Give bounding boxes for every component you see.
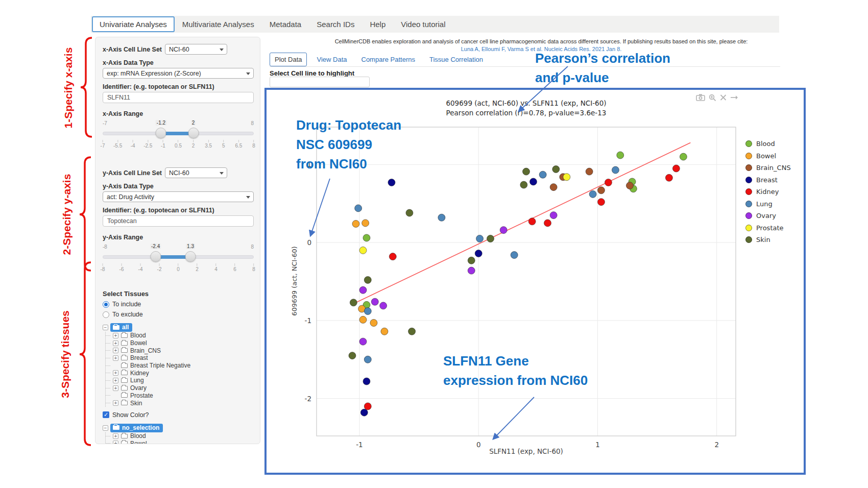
x-range-handle-to[interactable] (188, 128, 199, 138)
tree-item-breast-triple-negative[interactable]: Breast Triple Negative (106, 362, 254, 370)
scatter-point-skin[interactable] (408, 328, 416, 335)
x-data-type-select[interactable]: exp: mRNA Expression (Z-Score) (103, 68, 254, 79)
tab-view-data[interactable]: View Data (312, 53, 351, 66)
nav-item-univariate-analyses[interactable]: Univariate Analyses (92, 16, 175, 32)
scatter-point-brain_cns[interactable] (550, 184, 557, 191)
scatter-point-kidney[interactable] (389, 253, 396, 260)
scatter-point-lung[interactable] (438, 214, 445, 221)
y-range-slider[interactable]: -88-2.41.3-8-6-4-202468 (103, 251, 254, 278)
scatter-point-blood[interactable] (617, 152, 624, 159)
show-color-checkbox[interactable]: ✓ (103, 411, 109, 418)
scatter-point-ovary[interactable] (359, 286, 367, 294)
legend-item-brain_cns[interactable]: Brain_CNS (745, 164, 791, 172)
legend-item-prostate[interactable]: Prostate (745, 224, 791, 232)
tree-expand-icon[interactable]: + (113, 348, 118, 353)
nav-item-help[interactable]: Help (362, 16, 393, 32)
nav-item-multivariate-analyses[interactable]: Multivariate Analyses (175, 16, 262, 32)
scatter-point-lung[interactable] (364, 308, 371, 315)
tree-expand-icon[interactable]: + (113, 370, 118, 376)
tab-compare-patterns[interactable]: Compare Patterns (357, 53, 420, 66)
scatter-point-lung[interactable] (364, 356, 371, 363)
tree-expand-icon[interactable]: + (113, 400, 118, 406)
tree-expand-icon[interactable]: + (113, 333, 118, 338)
tree-item-blood[interactable]: +Blood (106, 332, 254, 339)
scatter-point-blood[interactable] (680, 153, 687, 160)
scatter-point-bowel[interactable] (352, 220, 359, 227)
tree-item-breast[interactable]: +Breast (106, 354, 254, 362)
tree-collapse-icon[interactable]: − (103, 325, 108, 330)
scatter-point-lung[interactable] (612, 166, 619, 174)
tree-item-blood[interactable]: +Blood (106, 432, 254, 440)
scatter-point-brain_cns[interactable] (626, 182, 633, 189)
tree-expand-icon[interactable]: + (113, 385, 118, 391)
tree-expand-icon[interactable]: + (113, 441, 118, 444)
legend-item-ovary[interactable]: Ovary (745, 212, 791, 219)
scatter-point-lung[interactable] (539, 171, 546, 178)
scatter-point-skin[interactable] (468, 257, 475, 264)
scatter-point-skin[interactable] (350, 299, 357, 306)
tree-item-prostate[interactable]: Prostate (106, 392, 254, 400)
nav-item-search-ids[interactable]: Search IDs (309, 16, 362, 32)
nav-item-video-tutorial[interactable]: Video tutorial (393, 16, 453, 32)
radio-to-exclude[interactable]: To exclude (103, 311, 254, 318)
scatter-point-kidney[interactable] (605, 179, 612, 186)
nav-item-metadata[interactable]: Metadata (262, 16, 309, 32)
y-data-type-select[interactable]: act: Drug Activity (103, 191, 254, 202)
y-identifier-input[interactable]: Topotecan (103, 215, 254, 227)
scatter-point-kidney[interactable] (672, 165, 680, 172)
legend-item-breast[interactable]: Breast (745, 176, 791, 184)
radio-to-include[interactable]: To include (103, 301, 254, 308)
scatter-point-prostate[interactable] (359, 247, 367, 254)
y-cell-line-set-select[interactable]: NCI-60 (165, 167, 227, 178)
scatter-point-skin[interactable] (364, 276, 371, 283)
scatter-point-breast[interactable] (529, 178, 537, 185)
scatter-point-kidney[interactable] (665, 174, 672, 181)
tree-item-bowel[interactable]: +Bowel (106, 339, 254, 347)
radio-exclude-control[interactable] (103, 311, 109, 318)
scatter-point-ovary[interactable] (380, 302, 387, 309)
scatter-point-skin[interactable] (349, 352, 356, 359)
tree-item-kidney[interactable]: +Kidney (106, 369, 254, 377)
tree-item-ovary[interactable]: +Ovary (106, 384, 254, 392)
scatter-point-breast[interactable] (360, 409, 368, 416)
scatter-point-skin[interactable] (552, 166, 560, 173)
scatter-point-brain_cns[interactable] (597, 187, 605, 194)
scatter-point-ovary[interactable] (550, 212, 557, 219)
tree-root-all[interactable]: all (110, 323, 132, 332)
scatter-point-ovary[interactable] (468, 267, 475, 274)
x-range-slider[interactable]: -78-1.22-7-5.5-4-2.5-10.523.556.58 (103, 128, 254, 154)
scatter-point-lung[interactable] (476, 235, 484, 242)
tree-expand-icon[interactable]: + (113, 340, 118, 346)
tree-item-bowel[interactable]: +Bowel (106, 440, 254, 444)
x-identifier-input[interactable]: SLFN11 (103, 92, 254, 103)
tree-collapse-icon[interactable]: − (103, 425, 108, 431)
tree-item-brain_cns[interactable]: +Brain_CNS (106, 347, 254, 354)
y-range-handle-from[interactable] (150, 251, 161, 262)
tree-expand-icon[interactable]: + (113, 433, 118, 439)
scatter-point-bowel[interactable] (370, 319, 377, 326)
scatter-point-bowel[interactable] (362, 219, 369, 227)
scatter-point-breast[interactable] (388, 179, 395, 186)
legend-item-bowel[interactable]: Bowel (745, 152, 791, 160)
scatter-point-prostate[interactable] (563, 174, 570, 181)
scatter-point-blood[interactable] (363, 234, 370, 241)
scatter-point-lung[interactable] (355, 205, 362, 212)
highlight-input[interactable] (270, 77, 370, 87)
tree-expand-icon[interactable]: + (113, 378, 118, 383)
tree-expand-icon[interactable]: + (113, 355, 118, 361)
scatter-point-ovary[interactable] (359, 338, 367, 345)
scatter-point-bowel[interactable] (359, 316, 367, 323)
legend-item-lung[interactable]: Lung (745, 200, 791, 208)
scatter-point-skin[interactable] (406, 209, 413, 216)
scatter-point-kidney[interactable] (528, 218, 536, 225)
legend-item-skin[interactable]: Skin (745, 236, 791, 243)
tree-item-lung[interactable]: +Lung (106, 377, 254, 384)
scatter-point-ovary[interactable] (500, 227, 507, 234)
show-color-row[interactable]: ✓ Show Color? (103, 411, 254, 419)
scatter-point-kidney[interactable] (544, 219, 551, 227)
scatter-point-brain_cns[interactable] (586, 168, 593, 175)
tab-plot-data[interactable]: Plot Data (270, 53, 307, 66)
scatter-point-lung[interactable] (511, 252, 518, 259)
x-cell-line-set-select[interactable]: NCI-60 (165, 44, 227, 55)
y-range-handle-to[interactable] (185, 251, 196, 262)
